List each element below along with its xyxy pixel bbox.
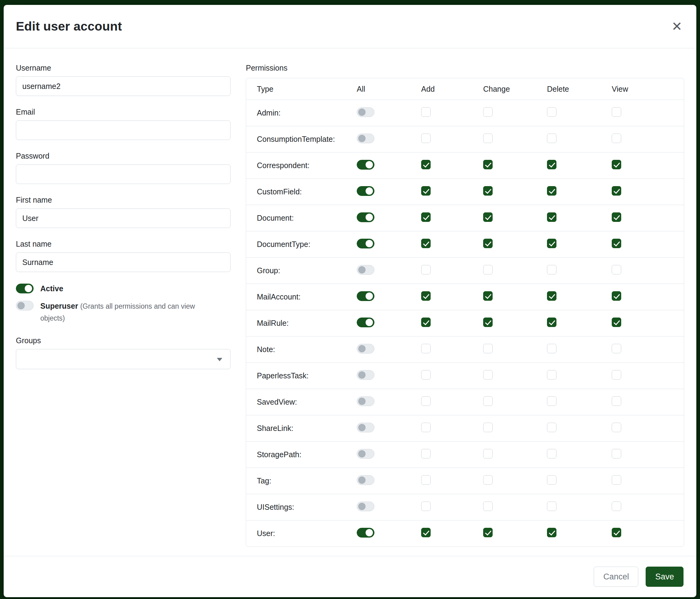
- permission-delete-checkbox[interactable]: [547, 502, 556, 511]
- permission-delete-checkbox[interactable]: [547, 449, 556, 458]
- permission-all-toggle[interactable]: [357, 291, 374, 301]
- last-name-field[interactable]: [16, 253, 231, 272]
- permission-add-checkbox[interactable]: [421, 317, 431, 327]
- permission-add-checkbox[interactable]: [421, 160, 431, 169]
- permission-change-checkbox[interactable]: [483, 423, 493, 432]
- permission-add-checkbox[interactable]: [421, 502, 431, 511]
- save-button[interactable]: Save: [646, 567, 683, 587]
- permission-change-checkbox[interactable]: [483, 344, 493, 353]
- permission-view-checkbox[interactable]: [612, 344, 621, 353]
- close-icon[interactable]: ✕: [672, 20, 682, 33]
- permission-change-checkbox[interactable]: [483, 160, 493, 169]
- permissions-table: Type All Add Change Delete View Admin: C…: [246, 78, 684, 547]
- permission-change-checkbox[interactable]: [483, 502, 493, 511]
- cancel-button[interactable]: Cancel: [594, 567, 638, 587]
- permission-all-toggle[interactable]: [357, 317, 374, 327]
- permission-view-checkbox[interactable]: [612, 160, 621, 169]
- permission-add-checkbox[interactable]: [421, 134, 431, 143]
- permission-delete-checkbox[interactable]: [547, 134, 556, 143]
- permission-view-checkbox[interactable]: [612, 186, 621, 196]
- permission-view-checkbox[interactable]: [612, 265, 621, 274]
- permission-all-toggle[interactable]: [357, 528, 374, 537]
- password-field[interactable]: [16, 164, 231, 184]
- permission-view-checkbox[interactable]: [612, 475, 621, 485]
- permission-add-checkbox[interactable]: [421, 370, 431, 380]
- permission-change-checkbox[interactable]: [483, 370, 493, 380]
- permission-all-toggle[interactable]: [357, 134, 374, 143]
- permission-change-checkbox[interactable]: [483, 239, 493, 248]
- permission-change-checkbox[interactable]: [483, 397, 493, 406]
- username-input[interactable]: [16, 76, 231, 96]
- permission-delete-checkbox[interactable]: [547, 265, 556, 274]
- permission-add-checkbox[interactable]: [421, 186, 431, 196]
- permission-all-toggle[interactable]: [357, 212, 374, 222]
- permission-add-checkbox[interactable]: [421, 291, 431, 301]
- modal-title: Edit user account: [16, 19, 122, 33]
- permission-view-checkbox[interactable]: [612, 449, 621, 458]
- permission-change-checkbox[interactable]: [483, 265, 493, 274]
- permission-all-toggle[interactable]: [357, 502, 374, 511]
- permission-add-checkbox[interactable]: [421, 344, 431, 353]
- permission-add-checkbox[interactable]: [421, 475, 431, 485]
- permission-all-toggle[interactable]: [357, 397, 374, 406]
- permission-view-checkbox[interactable]: [612, 528, 621, 537]
- permission-all-toggle[interactable]: [357, 423, 374, 432]
- permission-change-checkbox[interactable]: [483, 528, 493, 537]
- permission-delete-checkbox[interactable]: [547, 397, 556, 406]
- permission-all-toggle[interactable]: [357, 344, 374, 354]
- permission-view-checkbox[interactable]: [612, 370, 621, 380]
- permission-all-toggle[interactable]: [357, 160, 374, 170]
- permission-delete-checkbox[interactable]: [547, 291, 556, 301]
- permission-add-checkbox[interactable]: [421, 528, 431, 537]
- groups-label: Groups: [16, 336, 231, 345]
- permission-all-toggle[interactable]: [357, 475, 374, 485]
- permission-change-checkbox[interactable]: [483, 107, 493, 117]
- permission-view-checkbox[interactable]: [612, 134, 621, 143]
- permission-add-checkbox[interactable]: [421, 449, 431, 458]
- permission-all-toggle[interactable]: [357, 370, 374, 380]
- permission-all-toggle[interactable]: [357, 107, 374, 117]
- permission-delete-checkbox[interactable]: [547, 160, 556, 169]
- permission-view-checkbox[interactable]: [612, 291, 621, 301]
- permission-change-checkbox[interactable]: [483, 317, 493, 327]
- permission-change-checkbox[interactable]: [483, 475, 493, 485]
- permission-view-checkbox[interactable]: [612, 317, 621, 327]
- permission-view-checkbox[interactable]: [612, 397, 621, 406]
- permission-delete-checkbox[interactable]: [547, 107, 556, 117]
- permission-view-checkbox[interactable]: [612, 502, 621, 511]
- permission-add-checkbox[interactable]: [421, 212, 431, 222]
- permission-change-checkbox[interactable]: [483, 212, 493, 222]
- permission-add-checkbox[interactable]: [421, 239, 431, 248]
- permission-delete-checkbox[interactable]: [547, 423, 556, 432]
- permission-add-checkbox[interactable]: [421, 397, 431, 406]
- permission-change-checkbox[interactable]: [483, 449, 493, 458]
- permission-all-toggle[interactable]: [357, 449, 374, 459]
- permission-all-toggle[interactable]: [357, 186, 374, 196]
- first-name-field[interactable]: [16, 209, 231, 228]
- permission-all-toggle[interactable]: [357, 239, 374, 248]
- permission-delete-checkbox[interactable]: [547, 475, 556, 485]
- permission-delete-checkbox[interactable]: [547, 239, 556, 248]
- permission-view-checkbox[interactable]: [612, 239, 621, 248]
- active-toggle[interactable]: [16, 284, 33, 293]
- permission-change-checkbox[interactable]: [483, 134, 493, 143]
- permission-add-checkbox[interactable]: [421, 265, 431, 274]
- permission-all-toggle[interactable]: [357, 265, 374, 275]
- permission-add-checkbox[interactable]: [421, 423, 431, 432]
- permission-change-checkbox[interactable]: [483, 291, 493, 301]
- permission-delete-checkbox[interactable]: [547, 317, 556, 327]
- permission-delete-checkbox[interactable]: [547, 186, 556, 196]
- permission-view-checkbox[interactable]: [612, 423, 621, 432]
- email-field[interactable]: [16, 120, 231, 140]
- permission-change-checkbox[interactable]: [483, 186, 493, 196]
- permission-row: MailRule:: [246, 310, 684, 336]
- permission-delete-checkbox[interactable]: [547, 370, 556, 380]
- permission-delete-checkbox[interactable]: [547, 212, 556, 222]
- permission-view-checkbox[interactable]: [612, 107, 621, 117]
- groups-select[interactable]: [16, 349, 231, 369]
- permission-delete-checkbox[interactable]: [547, 344, 556, 353]
- permission-delete-checkbox[interactable]: [547, 528, 556, 537]
- permission-view-checkbox[interactable]: [612, 212, 621, 222]
- superuser-toggle[interactable]: [16, 301, 33, 311]
- permission-add-checkbox[interactable]: [421, 107, 431, 117]
